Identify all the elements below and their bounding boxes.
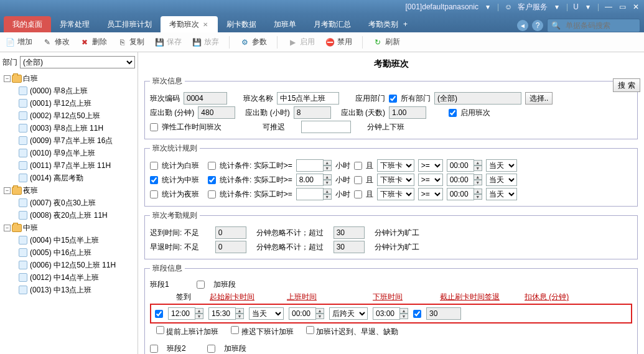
- disable-button[interactable]: ⛔禁用: [325, 37, 352, 47]
- and-check[interactable]: [354, 176, 362, 184]
- and-check[interactable]: [354, 190, 362, 198]
- tree-toggle[interactable]: −: [4, 187, 11, 194]
- tab-shift[interactable]: 考勤班次✕: [161, 16, 218, 32]
- punch-select[interactable]: 下班卡: [377, 188, 414, 200]
- tree-item[interactable]: (0013) 中13点上班: [30, 284, 91, 296]
- code-field[interactable]: [184, 92, 227, 105]
- deduct-field[interactable]: [426, 307, 461, 320]
- time-spin[interactable]: ▲▼: [447, 174, 482, 186]
- signin-check[interactable]: [155, 310, 163, 318]
- op-select[interactable]: >=: [418, 188, 443, 200]
- and-check[interactable]: [354, 162, 362, 170]
- cond-mid-check[interactable]: [208, 176, 216, 184]
- day-select[interactable]: 当天: [486, 188, 517, 200]
- as-mid-check[interactable]: [150, 176, 158, 184]
- barcode-search-input[interactable]: [563, 19, 636, 32]
- mid-hours-spin[interactable]: ▲▼: [296, 174, 332, 186]
- dropdown-icon[interactable]: ▾: [584, 2, 592, 11]
- param-button[interactable]: ⚙参数: [240, 37, 267, 47]
- op-select[interactable]: >=: [418, 174, 443, 186]
- tab-schedule[interactable]: 员工排班计划: [98, 16, 161, 32]
- nav-back-icon[interactable]: ◂: [517, 20, 528, 31]
- end-time-spin[interactable]: ▲▼: [373, 307, 408, 320]
- should-day-field[interactable]: [389, 106, 426, 119]
- tree-group[interactable]: 中班: [23, 221, 38, 234]
- tree-item[interactable]: (0000) 早8点上班: [30, 85, 88, 97]
- post-ot-check[interactable]: [231, 326, 239, 334]
- tree-group[interactable]: 白班: [23, 72, 38, 85]
- tab-desktop[interactable]: 我的桌面: [4, 16, 51, 32]
- day-select[interactable]: 当天: [486, 174, 517, 186]
- day-select[interactable]: 当天: [486, 159, 517, 172]
- tree-item[interactable]: (0010) 早9点半上班: [30, 147, 95, 159]
- choose-dept-button[interactable]: 选择..: [525, 92, 553, 105]
- search-button[interactable]: 搜 索: [613, 78, 640, 92]
- tree-item[interactable]: (0001) 早12点上班: [30, 97, 91, 109]
- off-time-spin[interactable]: ▲▼: [289, 307, 324, 320]
- time-spin[interactable]: ▲▼: [447, 159, 482, 172]
- name-field[interactable]: [277, 92, 339, 105]
- tab-type[interactable]: 考勤类别+: [360, 16, 416, 32]
- add-button[interactable]: 📄增加: [5, 37, 32, 47]
- tree-item[interactable]: (0005) 中16点上班: [30, 246, 91, 259]
- tree-item[interactable]: (0008) 夜20点上班 11H: [30, 209, 108, 221]
- dropdown-icon[interactable]: ▾: [553, 2, 561, 11]
- on-day-select[interactable]: 当天: [249, 307, 284, 320]
- tree-toggle[interactable]: −: [4, 225, 11, 231]
- punch-select[interactable]: 下班卡: [377, 174, 414, 186]
- seg2-ot-check[interactable]: [207, 345, 215, 353]
- edit-button[interactable]: ✎修改: [42, 37, 70, 47]
- should-min-field[interactable]: [198, 106, 235, 119]
- off-day-select[interactable]: 后跨天: [329, 307, 368, 320]
- tree-item[interactable]: (0004) 中15点半上班: [30, 234, 99, 246]
- time-spin[interactable]: ▲▼: [447, 188, 482, 200]
- day-hours-spin[interactable]: ▲▼: [296, 159, 332, 172]
- restore-icon[interactable]: ▭: [618, 2, 627, 11]
- early-over-field[interactable]: [334, 241, 365, 253]
- night-hours-spin[interactable]: ▲▼: [296, 188, 332, 200]
- cond-day-check[interactable]: [208, 162, 216, 170]
- copy-button[interactable]: ⎘复制: [117, 37, 144, 47]
- tree-item[interactable]: (0011) 早7点半上班 11H: [30, 159, 111, 172]
- tab-monthly[interactable]: 月考勤汇总: [305, 16, 360, 32]
- seg1-ot-check[interactable]: [197, 281, 205, 289]
- enable-shift-check[interactable]: [449, 109, 457, 117]
- delete-button[interactable]: ✖删除: [80, 37, 107, 47]
- tab-close-icon[interactable]: ✕: [202, 21, 209, 28]
- tree-item[interactable]: (0006) 中12点50上班 11H: [30, 259, 116, 271]
- flex-check[interactable]: [150, 123, 158, 131]
- as-night-check[interactable]: [150, 190, 158, 198]
- pre-ot-check[interactable]: [156, 326, 164, 334]
- on-time-spin[interactable]: ▲▼: [208, 307, 244, 320]
- tree-item[interactable]: (0009) 早7点半上班 16点: [30, 134, 113, 147]
- refresh-button[interactable]: ↻刷新: [373, 37, 400, 47]
- tab-add-icon[interactable]: +: [403, 20, 408, 29]
- close-icon[interactable]: ✕: [632, 2, 640, 11]
- early-min-field[interactable]: [215, 241, 246, 253]
- help-icon[interactable]: ?: [532, 20, 543, 31]
- tree-group[interactable]: 夜班: [23, 184, 38, 197]
- minimize-icon[interactable]: —: [604, 2, 613, 11]
- tree-item[interactable]: (0014) 高层考勤: [30, 172, 83, 184]
- tab-exception[interactable]: 异常处理: [51, 16, 98, 32]
- service-link[interactable]: 客户服务: [518, 2, 548, 12]
- signout-check[interactable]: [413, 310, 421, 318]
- tab-overtime[interactable]: 加班单: [265, 16, 305, 32]
- barcode-search[interactable]: 🔍: [547, 19, 640, 32]
- tree-item[interactable]: (0002) 早12点50上班: [30, 109, 100, 122]
- late-min-field[interactable]: [215, 226, 246, 239]
- tree-toggle[interactable]: −: [4, 75, 11, 82]
- late-over-field[interactable]: [334, 226, 365, 239]
- tree-item[interactable]: (0007) 夜0点30上班: [30, 197, 96, 209]
- tree-item[interactable]: (0003) 早8点上班 11H: [30, 122, 103, 134]
- tab-swipe[interactable]: 刷卡数据: [218, 16, 265, 32]
- dept-select[interactable]: (全部): [20, 56, 135, 68]
- delay-field[interactable]: [301, 121, 351, 133]
- punch-select[interactable]: 下班卡: [377, 159, 414, 172]
- seg2-check[interactable]: [150, 345, 158, 353]
- op-select[interactable]: >=: [418, 159, 443, 172]
- as-day-check[interactable]: [150, 162, 158, 170]
- u-menu[interactable]: U: [573, 2, 579, 11]
- dropdown-icon[interactable]: ▾: [483, 2, 492, 11]
- start-time-spin[interactable]: ▲▼: [168, 307, 203, 320]
